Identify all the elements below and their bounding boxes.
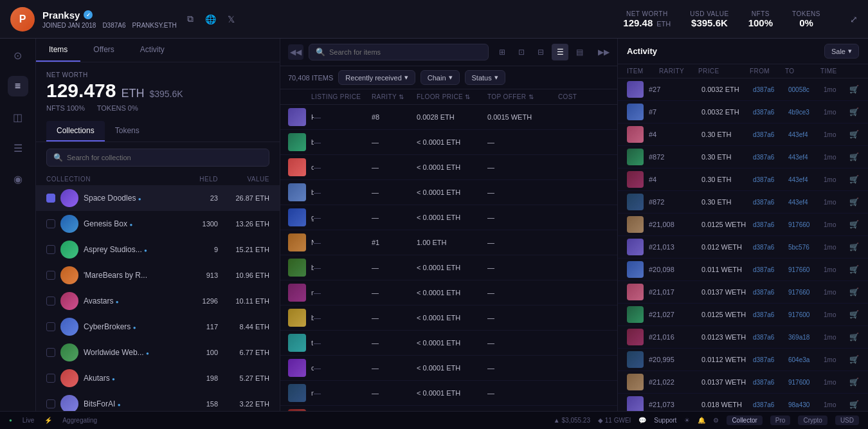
rarity-sort-icon[interactable]: ⇅ <box>399 93 404 100</box>
list-item[interactable]: #20,995 0.0112 WETH d387a6 604e3a 1mo 🛒 <box>618 349 868 371</box>
collection-item[interactable]: 'MareBears by R... 913 10.96 ETH <box>36 262 280 288</box>
table-row[interactable]: orange color crew... — — < 0.0001 ETH — <box>280 406 617 411</box>
table-row[interactable]: bear shoes — — < 0.0001 ETH — <box>280 306 617 331</box>
list-item[interactable]: #21,073 0.018 WETH d387a6 98a430 1mo 🛒 <box>618 394 868 411</box>
tab-offers[interactable]: Offers <box>80 39 127 62</box>
sidebar-items-icon[interactable]: ≡ <box>8 76 28 96</box>
table-row[interactable]: brown collared zip... — — < 0.0001 ETH — <box>280 130 617 155</box>
table-row[interactable]: tokyo pink binocu... — — < 0.0001 ETH — <box>280 331 617 356</box>
list-item[interactable]: #21,017 0.0137 WETH d387a6 917660 1mo 🛒 <box>618 281 868 304</box>
sidebar-home-icon[interactable]: ⊙ <box>8 45 28 66</box>
cart-icon[interactable]: 🛒 <box>849 175 859 184</box>
cart-icon[interactable]: 🛒 <box>849 85 859 94</box>
list-view-btn[interactable]: ☰ <box>552 44 568 60</box>
table-row[interactable]: NFT Revolution: h... — #1 1.00 ETH — <box>280 230 617 255</box>
collection-checkbox[interactable] <box>46 399 55 408</box>
collection-checkbox[interactable] <box>46 322 55 331</box>
offer-sort-icon[interactable]: ⇅ <box>529 93 534 100</box>
collection-checkbox[interactable] <box>46 245 55 254</box>
list-item[interactable]: #21,016 0.0123 WETH d387a6 369a18 1mo 🛒 <box>618 326 868 349</box>
collection-checkbox[interactable] <box>46 194 55 203</box>
collapse-button[interactable]: ◀◀ <box>288 44 303 60</box>
expand-icon[interactable]: ⤢ <box>850 14 858 24</box>
table-row[interactable]: coastal classic pu... — — < 0.0001 ETH — <box>280 356 617 381</box>
cart-icon[interactable]: 🛒 <box>849 130 859 139</box>
grid-tiny-btn[interactable]: ⊟ <box>532 44 549 60</box>
list-item[interactable]: #7 0.0032 ETH d387a6 4b9ce3 1mo 🛒 <box>618 101 868 123</box>
table-row[interactable]: magic garden teq... — — < 0.0001 ETH — <box>280 280 617 306</box>
filter-recently-received[interactable]: Recently received ▾ <box>338 70 415 85</box>
list-item[interactable]: #872 0.30 ETH d387a6 443ef4 1mo 🛒 <box>618 146 868 169</box>
collection-item[interactable]: BitsForAI ● 158 3.22 ETH <box>36 391 280 411</box>
floor-sort-icon[interactable]: ⇅ <box>465 93 470 100</box>
cart-icon[interactable]: 🛒 <box>849 310 859 319</box>
list-item[interactable]: #4 0.30 ETH d387a6 443ef4 1mo 🛒 <box>618 123 868 146</box>
coll-tab-collections[interactable]: Collections <box>46 121 105 141</box>
settings-icon[interactable]: ⚙ <box>713 417 719 424</box>
cart-icon[interactable]: 🛒 <box>849 220 859 229</box>
cart-icon[interactable]: 🛒 <box>849 265 859 274</box>
collection-item[interactable]: Space Doodles ● 23 26.87 ETH <box>36 185 280 211</box>
tab-usd[interactable]: USD <box>835 415 859 425</box>
cart-icon[interactable]: 🛒 <box>849 378 859 387</box>
collection-checkbox[interactable] <box>46 348 55 357</box>
twitter-icon[interactable]: 𝕏 <box>224 12 239 26</box>
copy-icon[interactable]: ⧉ <box>183 12 197 26</box>
grid-small-btn[interactable]: ⊡ <box>513 44 530 60</box>
grid-view-btn[interactable]: ⊞ <box>494 44 511 60</box>
coll-tab-tokens[interactable]: Tokens <box>105 121 150 141</box>
table-row[interactable]: bees wax trousers — — < 0.0001 ETH — <box>280 255 617 280</box>
list-item[interactable]: #27 0.0032 ETH d387a6 00058c 1mo 🛒 <box>618 78 868 101</box>
cart-icon[interactable]: 🛒 <box>849 288 859 297</box>
sun-icon[interactable]: ☀ <box>684 417 690 424</box>
collection-checkbox[interactable] <box>46 297 55 306</box>
sale-dropdown[interactable]: Sale ▾ <box>824 44 859 59</box>
sidebar-list-icon[interactable]: ☰ <box>8 138 28 158</box>
tab-activity[interactable]: Activity <box>127 39 177 62</box>
cart-icon[interactable]: 🛒 <box>849 400 859 409</box>
list-item[interactable]: #20,098 0.011 WETH d387a6 917660 1mo 🛒 <box>618 259 868 281</box>
cart-icon[interactable]: 🛒 <box>849 355 859 364</box>
table-view-btn[interactable]: ▤ <box>571 44 588 60</box>
collection-checkbox[interactable] <box>46 271 55 280</box>
collection-checkbox[interactable] <box>46 374 55 383</box>
list-item[interactable]: #21,008 0.0125 WETH d387a6 917660 1mo 🛒 <box>618 214 868 236</box>
table-row[interactable]: orange traffic con... — — < 0.0001 ETH — <box>280 155 617 180</box>
items-search-input[interactable] <box>329 48 482 56</box>
cart-icon[interactable]: 🛒 <box>849 333 859 342</box>
collection-item[interactable]: Asprey Studios... ● 9 15.21 ETH <box>36 237 280 262</box>
filter-status[interactable]: Status ▾ <box>465 70 505 85</box>
filter-chain[interactable]: Chain ▾ <box>420 70 460 85</box>
list-item[interactable]: #21,027 0.0125 WETH d387a6 917600 1mo 🛒 <box>618 304 868 326</box>
expand-right-icon[interactable]: ▶▶ <box>598 48 610 57</box>
cart-icon[interactable]: 🛒 <box>849 107 859 116</box>
tab-collector[interactable]: Collector <box>727 415 762 425</box>
collection-item[interactable]: CyberBrokers ● 117 8.44 ETH <box>36 314 280 340</box>
support-label[interactable]: Support <box>654 417 676 424</box>
table-row[interactable]: navy blue happy h... — — < 0.0001 ETH — <box>280 381 617 406</box>
tab-pro[interactable]: Pro <box>770 415 791 425</box>
globe-icon[interactable]: 🌐 <box>204 12 218 26</box>
sidebar-user-icon[interactable]: ◉ <box>8 169 28 189</box>
cart-icon[interactable]: 🛒 <box>849 197 859 206</box>
table-row[interactable]: black skull hoodie... — — < 0.0001 ETH — <box>280 180 617 205</box>
search-icon: 🔍 <box>316 48 325 57</box>
collection-item[interactable]: Worldwide Web... ● 100 6.77 ETH <box>36 340 280 365</box>
tab-crypto[interactable]: Crypto <box>798 415 827 425</box>
cart-icon[interactable]: 🛒 <box>849 242 859 251</box>
sidebar-chart-icon[interactable]: ◫ <box>8 107 28 127</box>
list-item[interactable]: #21,013 0.012 WETH d387a6 5bc576 1mo 🛒 <box>618 236 868 259</box>
collection-item[interactable]: Genesis Box ● 1300 13.26 ETH <box>36 211 280 237</box>
collection-checkbox[interactable] <box>46 219 55 228</box>
cart-icon[interactable]: 🛒 <box>849 152 859 161</box>
tab-items[interactable]: Items <box>36 39 80 62</box>
collection-item[interactable]: Avastars ● 1296 10.11 ETH <box>36 288 280 314</box>
table-row[interactable]: Holo Skelly Bundl... — #8 0.0028 ETH 0.0… <box>280 105 617 130</box>
collection-item[interactable]: Akutars ● 198 5.27 ETH <box>36 365 280 391</box>
list-item[interactable]: #4 0.30 ETH d387a6 443ef4 1mo 🛒 <box>618 169 868 191</box>
search-collection-input[interactable] <box>67 154 262 161</box>
list-item[interactable]: #872 0.30 ETH d387a6 443ef4 1mo 🛒 <box>618 191 868 214</box>
list-item[interactable]: #21,022 0.0137 WETH d387a6 917600 1mo 🛒 <box>618 371 868 394</box>
bell-icon[interactable]: 🔔 <box>698 417 705 424</box>
table-row[interactable]: green stitched up... — — < 0.0001 ETH — <box>280 205 617 230</box>
